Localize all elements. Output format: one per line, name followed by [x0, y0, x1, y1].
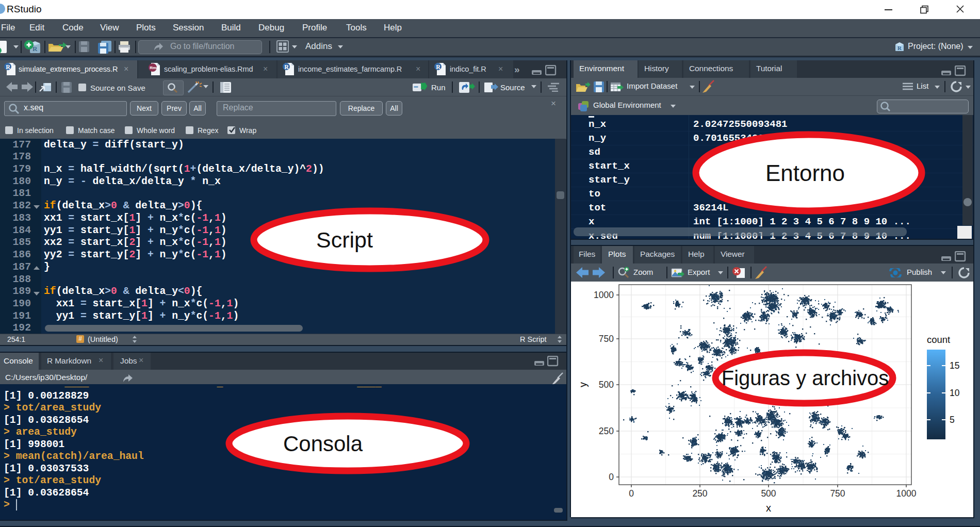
svg-text:Consola: Consola: [283, 432, 363, 456]
svg-text:500: 500: [761, 488, 776, 499]
svg-text:R: R: [897, 45, 902, 51]
svg-text:1000: 1000: [896, 488, 917, 499]
svg-text:Figuras y archivos: Figuras y archivos: [722, 367, 889, 389]
svg-text:0: 0: [609, 472, 614, 482]
svg-text:15: 15: [950, 360, 959, 371]
svg-text:y: y: [577, 382, 589, 387]
svg-text:R: R: [284, 63, 289, 71]
svg-text:R: R: [6, 63, 10, 71]
svg-text:10: 10: [950, 388, 960, 398]
svg-text:0: 0: [629, 488, 634, 499]
svg-text:500: 500: [599, 380, 614, 390]
svg-text:Entorno: Entorno: [765, 160, 845, 186]
svg-text:Rmd: Rmd: [150, 65, 159, 70]
svg-text:Script: Script: [316, 227, 373, 252]
svg-text:250: 250: [692, 488, 707, 499]
svg-text:count: count: [927, 334, 950, 345]
svg-text:1000: 1000: [594, 290, 614, 300]
svg-text:750: 750: [830, 488, 845, 499]
svg-text:250: 250: [599, 426, 614, 436]
svg-text:5: 5: [950, 415, 955, 425]
svg-text:R: R: [436, 63, 440, 71]
svg-text:x: x: [766, 502, 771, 514]
svg-text:750: 750: [599, 334, 614, 344]
